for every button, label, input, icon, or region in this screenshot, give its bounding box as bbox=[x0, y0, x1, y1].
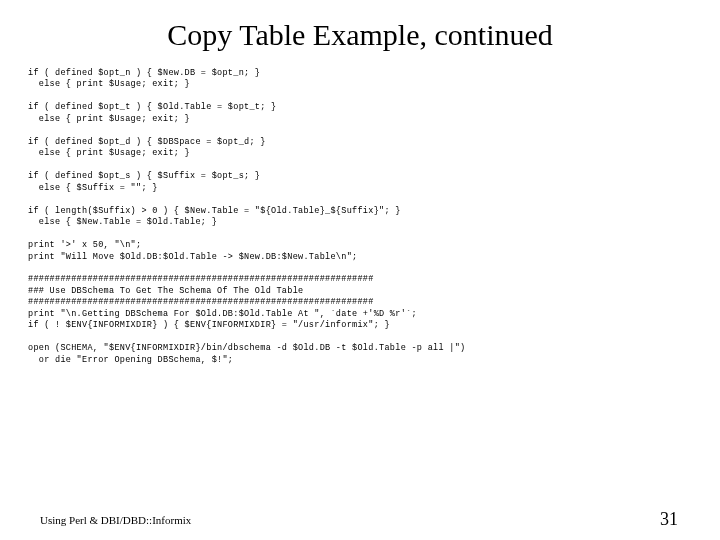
slide: Copy Table Example, continued if ( defin… bbox=[0, 0, 720, 540]
code-block: if ( defined $opt_n ) { $New.DB = $opt_n… bbox=[28, 68, 692, 366]
page-title: Copy Table Example, continued bbox=[0, 18, 720, 52]
page-number: 31 bbox=[660, 509, 678, 530]
footer-left: Using Perl & DBI/DBD::Informix bbox=[40, 514, 191, 526]
